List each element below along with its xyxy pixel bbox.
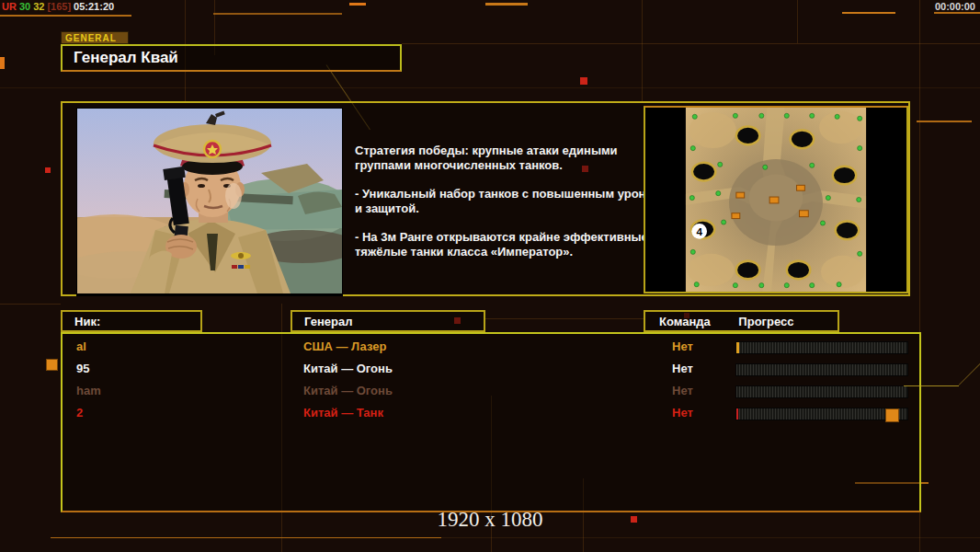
player-progress-bar (735, 408, 908, 420)
player-progress-fill (736, 408, 738, 420)
column-header-general: Генерал (291, 310, 485, 332)
description-paragraph: - На 3м Ранге открываются крайне эффекти… (355, 230, 663, 259)
player-row[interactable]: 2 Китай — Танк Нет (63, 403, 919, 425)
general-info-panel: Стратегия победы: крупные атаки едиными … (61, 101, 910, 296)
player-general: Китай — Огонь (303, 362, 393, 375)
general-title-box: Генерал Квай (61, 44, 402, 72)
players-table: al США — Лазер Нет 95 Китай — Огонь Нет … (61, 332, 921, 512)
player-row[interactable]: al США — Лазер Нет (63, 337, 919, 359)
status-time: 05:21:20 (74, 1, 114, 12)
map-preview-panel: 4 (644, 106, 908, 293)
general-description: Стратегия победы: крупные атаки едиными … (355, 144, 663, 273)
column-header-nick: Ник: (61, 310, 202, 332)
resolution-label: 1920 x 1080 (0, 508, 980, 532)
player-team[interactable]: Нет (672, 384, 693, 397)
player-nick: 2 (76, 406, 83, 420)
column-header-team-progress: Команда Прогресс (644, 310, 839, 332)
status-value-c: [165] (47, 1, 71, 12)
player-general: Китай — Огонь (303, 384, 393, 397)
progress-header-label: Прогресс (738, 315, 793, 328)
game-lobby-screen: UR3032[165]05:21:20 00:00:00 GENERAL Ген… (0, 0, 980, 552)
player-progress-bar (735, 385, 908, 398)
status-bar: UR3032[165]05:21:20 (2, 1, 117, 12)
map-start-marker: 4 (691, 224, 707, 239)
player-progress-bar (735, 341, 908, 354)
player-team[interactable]: Нет (672, 362, 693, 375)
description-paragraph: Стратегия победы: крупные атаки едиными … (355, 144, 663, 173)
game-clock: 00:00:00 (935, 1, 975, 12)
general-portrait (76, 108, 343, 296)
page-title: Генерал Квай (63, 46, 400, 67)
status-value-b: 32 (33, 1, 44, 12)
team-header-label: Команда (659, 315, 711, 328)
status-tag: UR (2, 1, 17, 12)
player-row[interactable]: ham Китай — Огонь Нет (63, 381, 919, 403)
player-progress-bar (735, 363, 908, 376)
description-paragraph: - Уникальный набор танков с повышенным у… (355, 187, 663, 216)
player-nick: al (76, 339, 86, 353)
general-portrait-image (77, 109, 342, 293)
player-progress-fill (736, 342, 739, 353)
player-row[interactable]: 95 Китай — Огонь Нет (63, 359, 919, 381)
player-nick: 95 (76, 362, 89, 375)
player-general: Китай — Танк (303, 406, 383, 420)
status-value-a: 30 (19, 1, 30, 12)
map-preview-image: 4 (684, 108, 868, 292)
map-start-marker-number: 4 (696, 225, 702, 237)
player-nick: ham (76, 384, 101, 397)
general-tab-label: GENERAL (61, 31, 129, 44)
player-team[interactable]: Нет (672, 406, 693, 420)
player-team[interactable]: Нет (672, 339, 693, 353)
nick-header-label: Ник: (74, 315, 100, 328)
player-general: США — Лазер (303, 339, 386, 353)
general-header-label: Генерал (304, 315, 352, 328)
